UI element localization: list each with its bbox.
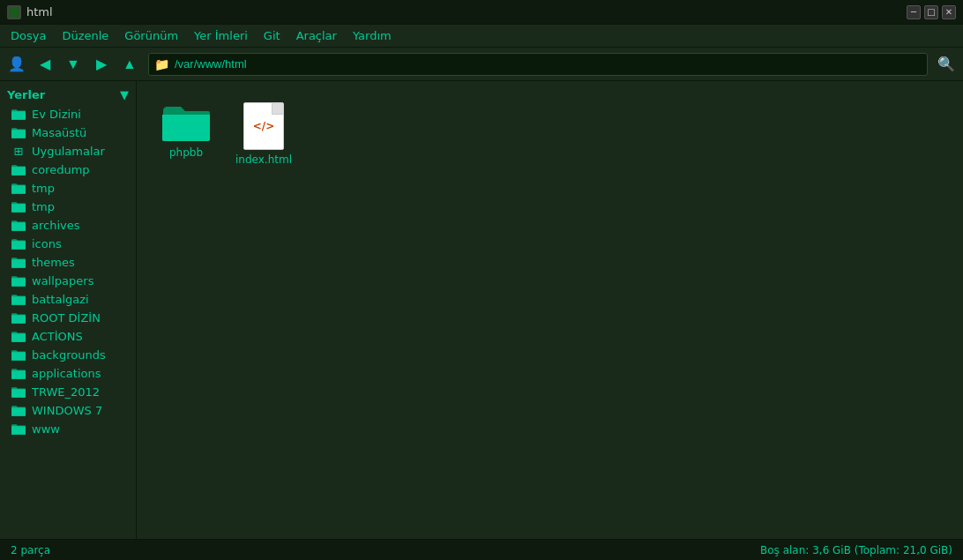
window-title: html [26, 5, 53, 19]
sidebar-item-root-dizin[interactable]: ROOT DİZİN [0, 309, 136, 327]
sidebar-item-archives[interactable]: archives [0, 216, 136, 235]
folder-big-icon [161, 102, 211, 143]
menu-item-araçlar[interactable]: Araçlar [289, 27, 344, 44]
sidebar-item-label: archives [32, 219, 80, 232]
sidebar-item-wallpapers[interactable]: wallpapers [0, 272, 136, 290]
folder-icon [11, 294, 26, 306]
folder-icon [11, 312, 26, 325]
sidebar-item-windows7[interactable]: WINDOWS 7 [0, 401, 136, 420]
folder-icon [11, 386, 26, 399]
titlebar-left: html [7, 5, 53, 19]
sidebar-item-label: themes [32, 256, 75, 269]
maximize-button[interactable]: □ [924, 5, 938, 19]
folder-icon [11, 368, 26, 380]
folder-icon [11, 349, 26, 362]
user-button[interactable]: 👤 [4, 51, 30, 78]
back-button[interactable]: ◀ [32, 51, 58, 78]
statusbar: 2 parça Boş alan: 3,6 GiB (Toplam: 21,0 … [0, 539, 963, 560]
address-bar-container: 📁 [148, 53, 928, 76]
find-button[interactable]: 🔍 [933, 51, 959, 78]
menu-item-dosya[interactable]: Dosya [4, 27, 53, 44]
address-input[interactable] [175, 57, 922, 71]
menu-item-yardım[interactable]: Yardım [346, 27, 399, 44]
menu-item-yer-i̇mleri[interactable]: Yer İmleri [187, 27, 255, 44]
sidebar-item-coredump[interactable]: coredump [0, 161, 136, 179]
sidebar-item-backgrounds[interactable]: backgrounds [0, 346, 136, 364]
file-area: phpbb</>index.html [137, 81, 963, 539]
sidebar: Yerler ▼ Ev Dizini Masaüstü⊞Uygulamalar … [0, 81, 137, 539]
sidebar-item-label: battalgazi [32, 293, 89, 306]
sidebar-item-applications[interactable]: applications [0, 364, 136, 383]
sidebar-item-label: tmp [32, 200, 55, 213]
menu-item-git[interactable]: Git [257, 27, 287, 44]
sidebar-item-label: ROOT DİZİN [32, 311, 101, 325]
sidebar-item-www[interactable]: www [0, 420, 136, 438]
sidebar-item-label: applications [32, 367, 101, 380]
address-folder-icon: 📁 [154, 57, 169, 71]
folder-icon [11, 275, 26, 287]
toolbar: 👤 ◀ ▼ ▶ ▲ 📁 🔍 [0, 48, 963, 81]
sidebar-item-label: www [32, 422, 60, 436]
sidebar-item-battalgazi[interactable]: battalgazi [0, 290, 136, 309]
forward-button[interactable]: ▼ [60, 51, 86, 78]
status-left: 2 parça [11, 544, 50, 556]
close-button[interactable]: ✕ [942, 5, 956, 19]
folder-icon [11, 108, 26, 121]
up-button[interactable]: ▲ [116, 51, 143, 78]
folder-icon [11, 405, 26, 417]
sidebar-header: Yerler ▼ [0, 85, 136, 105]
svg-rect-0 [9, 7, 19, 18]
sidebar-item-themes[interactable]: themes [0, 253, 136, 272]
menubar: DosyaDüzenleGörünümYer İmleriGitAraçlarY… [0, 25, 963, 48]
folder-icon [11, 127, 26, 139]
app-icon [7, 5, 21, 19]
folder-icon [11, 164, 26, 176]
window-controls: ─ □ ✕ [907, 5, 956, 19]
sidebar-header-label: Yerler [7, 88, 45, 101]
sidebar-item-label: wallpapers [32, 274, 93, 287]
sidebar-item-label: tmp [32, 182, 55, 195]
apps-icon: ⊞ [11, 145, 26, 158]
folder-icon [11, 331, 26, 343]
file-item-phpbb[interactable]: phpbb [151, 95, 221, 173]
file-item-index-html[interactable]: </>index.html [228, 95, 299, 173]
html-file-icon: </> [243, 102, 284, 150]
folder-icon [11, 423, 26, 436]
file-label: index.html [235, 153, 292, 166]
sidebar-item-label: coredump [32, 163, 90, 176]
file-label: phpbb [169, 146, 203, 159]
sidebar-item-label: Uygulamalar [32, 145, 105, 158]
sidebar-item-apps[interactable]: ⊞Uygulamalar [0, 142, 136, 161]
folder-icon [11, 201, 26, 213]
minimize-button[interactable]: ─ [907, 5, 921, 19]
sidebar-item-label: Ev Dizini [32, 108, 81, 121]
folder-icon [11, 183, 26, 195]
sidebar-item-home[interactable]: Ev Dizini [0, 105, 136, 123]
menu-item-düzenle[interactable]: Düzenle [55, 27, 116, 44]
sidebar-item-trwe[interactable]: TRWE_2012 [0, 383, 136, 401]
sidebar-item-label: ACTİONS [32, 330, 83, 343]
next-button[interactable]: ▶ [88, 51, 115, 78]
status-right: Boş alan: 3,6 GiB (Toplam: 21,0 GiB) [760, 544, 952, 556]
sidebar-item-label: icons [32, 237, 62, 250]
main-container: Yerler ▼ Ev Dizini Masaüstü⊞Uygulamalar … [0, 81, 963, 539]
folder-icon [11, 238, 26, 250]
titlebar: html ─ □ ✕ [0, 0, 963, 25]
sidebar-collapse-icon[interactable]: ▼ [120, 88, 129, 101]
sidebar-item-tmp2[interactable]: tmp [0, 198, 136, 216]
sidebar-item-icons[interactable]: icons [0, 235, 136, 253]
sidebar-item-label: WINDOWS 7 [32, 404, 102, 417]
sidebar-item-desktop[interactable]: Masaüstü [0, 123, 136, 142]
folder-icon [11, 257, 26, 269]
menu-item-görünüm[interactable]: Görünüm [117, 27, 185, 44]
sidebar-item-tmp1[interactable]: tmp [0, 179, 136, 198]
sidebar-item-label: Masaüstü [32, 126, 86, 139]
sidebar-item-actions[interactable]: ACTİONS [0, 327, 136, 346]
sidebar-item-label: backgrounds [32, 348, 106, 362]
sidebar-item-label: TRWE_2012 [32, 385, 100, 399]
folder-icon [11, 220, 26, 232]
